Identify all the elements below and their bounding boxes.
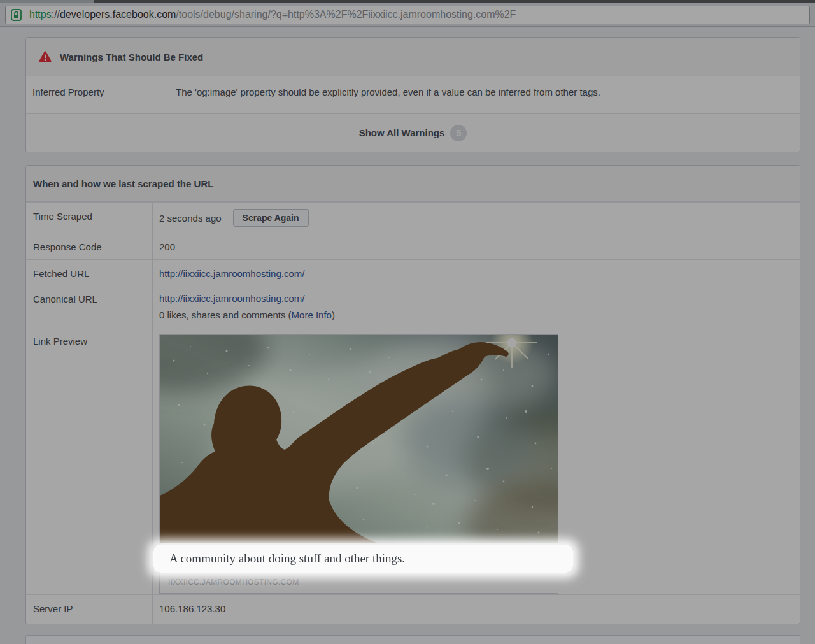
- show-all-warnings-label: Show All Warnings: [359, 127, 445, 138]
- row-label: Fetched URL: [26, 260, 153, 285]
- engagement-text: 0 likes, shares and comments (: [159, 310, 292, 320]
- url-path: /tools/debug/sharing/?q=http%3A%2F%2Fiix…: [176, 9, 516, 20]
- url-input[interactable]: https://developers.facebook.com/tools/de…: [5, 6, 810, 24]
- response-code-value: 200: [153, 233, 800, 259]
- link-preview-card: A community about doing stuff and other …: [159, 334, 558, 594]
- scrape-again-button[interactable]: Scrape Again: [233, 209, 309, 227]
- row-label: Link Preview: [26, 327, 153, 594]
- og-title-highlighted: A community about doing stuff and other …: [153, 545, 573, 573]
- warning-row: Inferred Property The 'og:image' propert…: [26, 76, 800, 113]
- warnings-panel-header: Warnings That Should Be Fixed: [26, 38, 800, 76]
- scrape-panel-header: When and how we last scraped the URL: [26, 166, 800, 202]
- table-row-server-ip: Server IP 106.186.123.30: [26, 594, 800, 624]
- table-row-response-code: Response Code 200: [26, 233, 800, 259]
- scrape-info-panel: When and how we last scraped the URL Tim…: [25, 165, 800, 624]
- row-label: Server IP: [26, 595, 153, 624]
- engagement-text-close: ): [332, 310, 335, 320]
- more-info-link[interactable]: More Info: [292, 310, 332, 320]
- server-ip-value: 106.186.123.30: [153, 595, 800, 624]
- warnings-panel: Warnings That Should Be Fixed Inferred P…: [25, 37, 800, 152]
- browser-tab[interactable]: [0, 0, 94, 3]
- time-scraped-value: 2 seconds ago: [159, 213, 222, 224]
- scrape-panel-title: When and how we last scraped the URL: [33, 178, 213, 189]
- warnings-panel-title: Warnings That Should Be Fixed: [60, 52, 203, 62]
- next-panel-partial: [25, 635, 800, 644]
- fetched-url-link[interactable]: http://iixxiicc.jamroomhosting.com/: [159, 268, 304, 279]
- row-value: http://iixxiicc.jamroomhosting.com/ 0 li…: [153, 285, 800, 327]
- og-domain: IIXXIICC.JAMROOMHOSTING.COM: [160, 573, 558, 593]
- row-value: 2 seconds ago Scrape Again: [153, 203, 800, 233]
- url-separator: ://: [52, 9, 60, 20]
- row-label: Response Code: [26, 233, 153, 259]
- row-label: Time Scraped: [26, 203, 153, 233]
- og-preview-image: [160, 335, 558, 543]
- warning-row-message: The 'og:image' property should be explic…: [176, 76, 800, 113]
- warning-triangle-icon: [39, 51, 52, 62]
- page-content: Warnings That Should Be Fixed Inferred P…: [0, 27, 815, 644]
- warning-row-label: Inferred Property: [26, 76, 176, 113]
- screenshot-root: https://developers.facebook.com/tools/de…: [0, 0, 815, 644]
- row-value: A community about doing stuff and other …: [153, 327, 800, 594]
- row-label: Canonical URL: [26, 285, 153, 327]
- engagement-line: 0 likes, shares and comments (More Info): [159, 310, 787, 320]
- show-all-warnings-button[interactable]: Show All Warnings 5: [26, 113, 800, 152]
- table-row-link-preview: Link Preview: [26, 327, 800, 594]
- table-row-fetched-url: Fetched URL http://iixxiicc.jamroomhosti…: [26, 259, 800, 285]
- table-row-time-scraped: Time Scraped 2 seconds ago Scrape Again: [26, 202, 800, 233]
- url-hostname: developers.facebook.com: [60, 9, 176, 20]
- canonical-url-link[interactable]: http://iixxiicc.jamroomhosting.com/: [159, 293, 304, 304]
- warning-count-badge: 5: [450, 125, 467, 141]
- url-scheme: https: [29, 9, 52, 20]
- row-value: http://iixxiicc.jamroomhosting.com/: [153, 260, 800, 285]
- browser-tab-strip: [0, 0, 815, 3]
- secure-lock-icon[interactable]: [11, 9, 22, 21]
- browser-address-bar: https://developers.facebook.com/tools/de…: [0, 3, 815, 27]
- table-row-canonical-url: Canonical URL http://iixxiicc.jamroomhos…: [26, 285, 800, 327]
